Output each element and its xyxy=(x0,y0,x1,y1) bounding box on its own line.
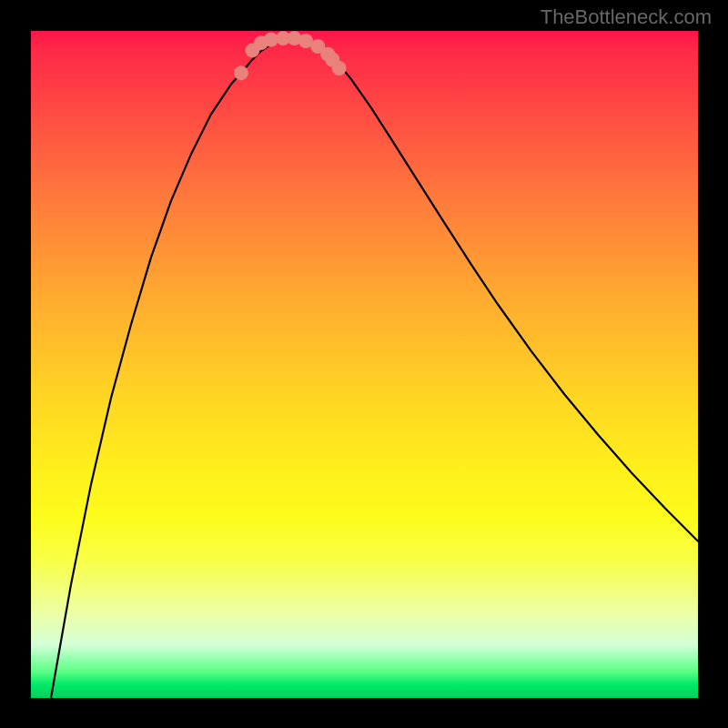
watermark-text: TheBottleneck.com xyxy=(541,5,712,29)
chart-marker xyxy=(332,61,347,76)
chart-marker xyxy=(234,66,248,80)
chart-main-curve xyxy=(51,39,698,698)
chart-curve-svg xyxy=(31,31,698,698)
chart-plot-area xyxy=(31,31,698,698)
chart-markers xyxy=(234,31,347,80)
